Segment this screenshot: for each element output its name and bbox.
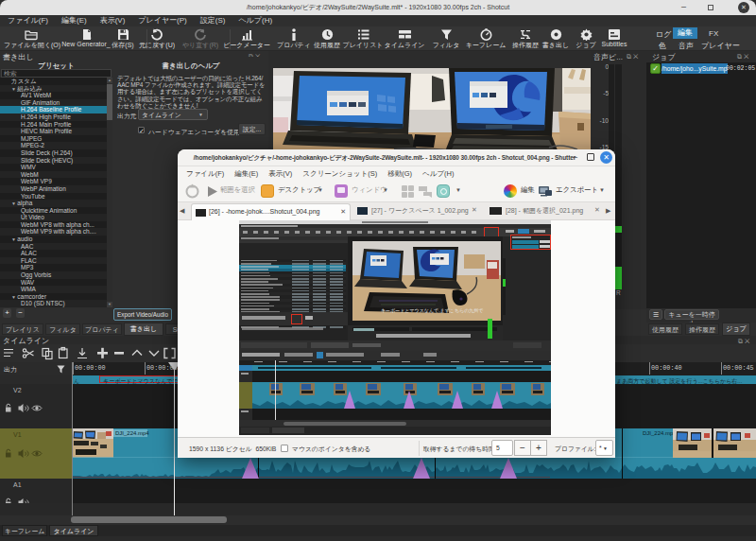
svg-text:キーボードとマウスなんで,まずこちらの九州で: キーボードとマウスなんで,まずこちらの九州で [381, 307, 484, 314]
